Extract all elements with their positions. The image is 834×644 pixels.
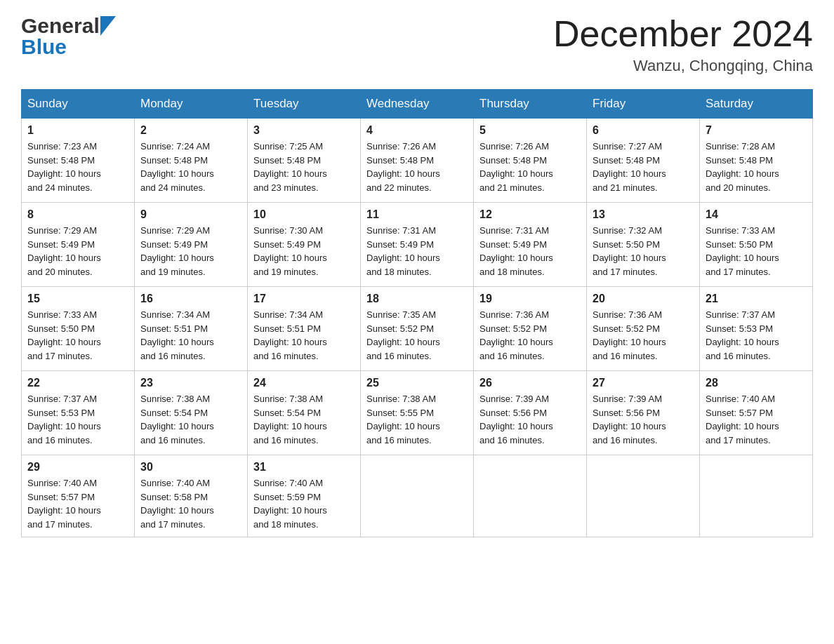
day-number: 3 [253,124,355,137]
day-info: Sunrise: 7:39 AM Sunset: 5:56 PM Dayligh… [593,392,694,447]
day-info: Sunrise: 7:40 AM Sunset: 5:57 PM Dayligh… [706,392,807,447]
table-row: 28 Sunrise: 7:40 AM Sunset: 5:57 PM Dayl… [700,371,813,455]
table-row: 25 Sunrise: 7:38 AM Sunset: 5:55 PM Dayl… [361,371,474,455]
table-row: 29 Sunrise: 7:40 AM Sunset: 5:57 PM Dayl… [22,455,135,537]
day-number: 29 [27,461,128,474]
day-number: 27 [593,377,694,389]
day-info: Sunrise: 7:24 AM Sunset: 5:48 PM Dayligh… [140,140,241,194]
table-row: 17 Sunrise: 7:34 AM Sunset: 5:51 PM Dayl… [248,287,361,371]
table-row: 5 Sunrise: 7:26 AM Sunset: 5:48 PM Dayli… [474,119,587,203]
day-info: Sunrise: 7:25 AM Sunset: 5:48 PM Dayligh… [253,140,355,194]
table-row: 3 Sunrise: 7:25 AM Sunset: 5:48 PM Dayli… [248,119,361,203]
table-row: 22 Sunrise: 7:37 AM Sunset: 5:53 PM Dayl… [22,371,135,455]
calendar-header: Sunday Monday Tuesday Wednesday Thursday… [22,90,813,119]
day-info: Sunrise: 7:40 AM Sunset: 5:58 PM Dayligh… [140,476,241,531]
day-number: 17 [253,293,355,305]
day-info: Sunrise: 7:28 AM Sunset: 5:48 PM Dayligh… [706,140,807,194]
day-info: Sunrise: 7:40 AM Sunset: 5:59 PM Dayligh… [253,476,355,531]
logo-general-text: General [21,14,100,38]
col-monday: Monday [135,90,248,119]
page-header: General Blue December 2024 Wanzu, Chongq… [21,14,813,75]
day-info: Sunrise: 7:26 AM Sunset: 5:48 PM Dayligh… [479,140,581,194]
logo-blue-text: Blue [21,35,67,59]
calendar-table: Sunday Monday Tuesday Wednesday Thursday… [21,89,813,537]
table-row: 4 Sunrise: 7:26 AM Sunset: 5:48 PM Dayli… [361,119,474,203]
day-number: 28 [706,377,807,389]
day-number: 21 [706,293,807,305]
day-info: Sunrise: 7:33 AM Sunset: 5:50 PM Dayligh… [706,224,807,279]
col-sunday: Sunday [22,90,135,119]
day-info: Sunrise: 7:30 AM Sunset: 5:49 PM Dayligh… [253,224,355,279]
day-number: 16 [140,293,241,305]
table-row: 1 Sunrise: 7:23 AM Sunset: 5:48 PM Dayli… [22,119,135,203]
logo-arrow-icon [100,16,116,36]
day-info: Sunrise: 7:37 AM Sunset: 5:53 PM Dayligh… [706,308,807,363]
day-number: 12 [479,208,581,221]
table-row: 31 Sunrise: 7:40 AM Sunset: 5:59 PM Dayl… [248,455,361,537]
table-row: 27 Sunrise: 7:39 AM Sunset: 5:56 PM Dayl… [587,371,700,455]
day-number: 15 [27,293,128,305]
table-row: 18 Sunrise: 7:35 AM Sunset: 5:52 PM Dayl… [361,287,474,371]
day-info: Sunrise: 7:37 AM Sunset: 5:53 PM Dayligh… [27,392,128,447]
col-friday: Friday [587,90,700,119]
table-row [700,455,813,537]
day-number: 13 [593,208,694,221]
day-number: 22 [27,377,128,389]
table-row: 14 Sunrise: 7:33 AM Sunset: 5:50 PM Dayl… [700,203,813,287]
table-row: 13 Sunrise: 7:32 AM Sunset: 5:50 PM Dayl… [587,203,700,287]
day-info: Sunrise: 7:35 AM Sunset: 5:52 PM Dayligh… [366,308,468,363]
table-row: 6 Sunrise: 7:27 AM Sunset: 5:48 PM Dayli… [587,119,700,203]
logo: General Blue [21,14,116,59]
day-info: Sunrise: 7:32 AM Sunset: 5:50 PM Dayligh… [593,224,694,279]
table-row: 7 Sunrise: 7:28 AM Sunset: 5:48 PM Dayli… [700,119,813,203]
day-info: Sunrise: 7:38 AM Sunset: 5:54 PM Dayligh… [140,392,241,447]
day-number: 5 [479,124,581,137]
day-info: Sunrise: 7:29 AM Sunset: 5:49 PM Dayligh… [140,224,241,279]
day-number: 9 [140,208,241,221]
day-number: 2 [140,124,241,137]
day-number: 30 [140,461,241,474]
table-row [361,455,474,537]
day-info: Sunrise: 7:31 AM Sunset: 5:49 PM Dayligh… [479,224,581,279]
table-row: 8 Sunrise: 7:29 AM Sunset: 5:49 PM Dayli… [22,203,135,287]
table-row: 12 Sunrise: 7:31 AM Sunset: 5:49 PM Dayl… [474,203,587,287]
day-info: Sunrise: 7:34 AM Sunset: 5:51 PM Dayligh… [140,308,241,363]
day-number: 25 [366,377,468,389]
day-number: 1 [27,124,128,137]
calendar-body: 1 Sunrise: 7:23 AM Sunset: 5:48 PM Dayli… [22,119,813,537]
table-row: 2 Sunrise: 7:24 AM Sunset: 5:48 PM Dayli… [135,119,248,203]
day-number: 18 [366,293,468,305]
col-saturday: Saturday [700,90,813,119]
table-row: 15 Sunrise: 7:33 AM Sunset: 5:50 PM Dayl… [22,287,135,371]
table-row: 24 Sunrise: 7:38 AM Sunset: 5:54 PM Dayl… [248,371,361,455]
month-title: December 2024 [553,14,813,54]
day-number: 8 [27,208,128,221]
day-info: Sunrise: 7:38 AM Sunset: 5:55 PM Dayligh… [366,392,468,447]
table-row: 10 Sunrise: 7:30 AM Sunset: 5:49 PM Dayl… [248,203,361,287]
table-row: 23 Sunrise: 7:38 AM Sunset: 5:54 PM Dayl… [135,371,248,455]
table-row: 16 Sunrise: 7:34 AM Sunset: 5:51 PM Dayl… [135,287,248,371]
table-row [587,455,700,537]
table-row: 19 Sunrise: 7:36 AM Sunset: 5:52 PM Dayl… [474,287,587,371]
svg-marker-0 [100,16,116,36]
day-info: Sunrise: 7:23 AM Sunset: 5:48 PM Dayligh… [27,140,128,194]
day-number: 6 [593,124,694,137]
table-row: 30 Sunrise: 7:40 AM Sunset: 5:58 PM Dayl… [135,455,248,537]
day-number: 11 [366,208,468,221]
col-wednesday: Wednesday [361,90,474,119]
title-section: December 2024 Wanzu, Chongqing, China [553,14,813,75]
table-row: 20 Sunrise: 7:36 AM Sunset: 5:52 PM Dayl… [587,287,700,371]
day-info: Sunrise: 7:31 AM Sunset: 5:49 PM Dayligh… [366,224,468,279]
day-info: Sunrise: 7:33 AM Sunset: 5:50 PM Dayligh… [27,308,128,363]
day-info: Sunrise: 7:36 AM Sunset: 5:52 PM Dayligh… [479,308,581,363]
day-number: 23 [140,377,241,389]
day-number: 4 [366,124,468,137]
table-row: 11 Sunrise: 7:31 AM Sunset: 5:49 PM Dayl… [361,203,474,287]
day-number: 14 [706,208,807,221]
table-row: 26 Sunrise: 7:39 AM Sunset: 5:56 PM Dayl… [474,371,587,455]
day-number: 24 [253,377,355,389]
day-number: 7 [706,124,807,137]
day-info: Sunrise: 7:39 AM Sunset: 5:56 PM Dayligh… [479,392,581,447]
day-info: Sunrise: 7:36 AM Sunset: 5:52 PM Dayligh… [593,308,694,363]
table-row [474,455,587,537]
